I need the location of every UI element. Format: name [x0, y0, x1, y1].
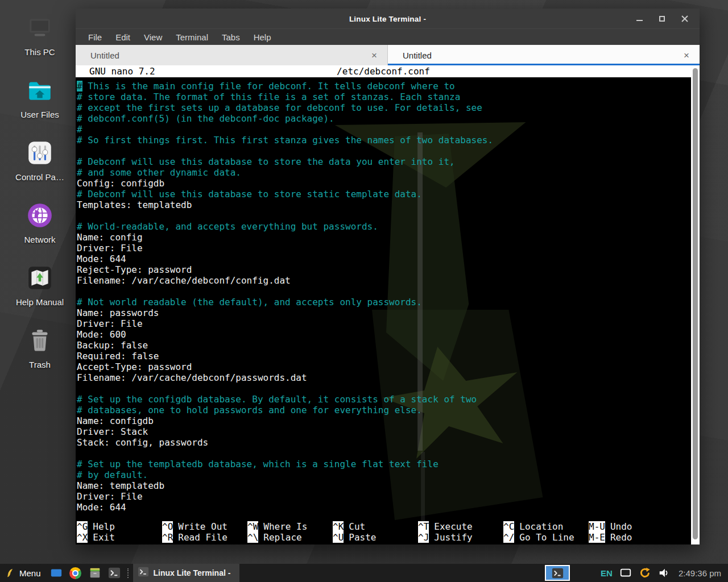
shortcut-column: ^GHelp^XExit — [77, 521, 162, 543]
minimize-button[interactable] — [635, 14, 644, 23]
desktop-icon-label: Help Manual — [16, 297, 64, 307]
editor-line: Templates: templatedb — [77, 199, 691, 210]
editor-line: Name: templatedb — [77, 480, 691, 491]
shortcut-label: Cut — [349, 521, 365, 532]
desktop-icon-trash[interactable]: Trash — [6, 326, 74, 381]
tab-1[interactable]: Untitled× — [76, 45, 388, 65]
taskbar-window-button[interactable]: Linux Lite Terminal - — [133, 564, 240, 582]
menu-edit[interactable]: Edit — [115, 32, 130, 42]
desktop-icon-help-manual[interactable]: Help Manual — [6, 264, 74, 318]
tab-title: Untitled — [90, 51, 371, 60]
chrome-icon[interactable] — [69, 566, 82, 580]
menu-help[interactable]: Help — [254, 32, 271, 42]
volume-icon[interactable] — [657, 566, 671, 580]
menu-view[interactable]: View — [144, 32, 162, 42]
tab-2[interactable]: Untitled× — [388, 45, 700, 65]
shortcut-key: ^W — [247, 521, 258, 532]
editor-line: Accept-Type: password — [77, 361, 691, 372]
shortcut-undo: M-UUndo — [589, 521, 674, 532]
text-cursor: # — [77, 81, 82, 92]
terminal-content[interactable]: GNU nano 7.2 /etc/debconf.conf # This is… — [76, 65, 691, 544]
desktop-icon-label: This PC — [24, 47, 55, 57]
desktop-icon-user-files[interactable]: User Files — [6, 76, 74, 131]
menu-button-label: Menu — [19, 568, 41, 578]
editor-line: Config: configdb — [77, 178, 691, 189]
shortcut-key: ^T — [418, 521, 429, 532]
updates-icon[interactable] — [638, 566, 652, 580]
shortcut-label: Justify — [434, 532, 472, 543]
editor-line: Driver: File — [77, 243, 691, 253]
window-controls — [635, 9, 689, 28]
editor-line: # So first things first. This first stan… — [77, 135, 691, 146]
editor-text[interactable]: # This is the main config file for debco… — [76, 81, 691, 513]
file-manager-icon[interactable] — [88, 566, 102, 580]
show-desktop-icon[interactable] — [49, 566, 63, 580]
editor-line: Name: passwords — [77, 307, 691, 318]
window-title: Linux Lite Terminal - — [349, 14, 426, 23]
folder-home-icon — [26, 76, 54, 105]
menu-terminal[interactable]: Terminal — [176, 32, 208, 42]
nano-titlebar: GNU nano 7.2 /etc/debconf.conf — [76, 65, 691, 77]
desktop-icon-control-pa[interactable]: Control Pa… — [6, 139, 74, 193]
linux-lite-logo-icon — [5, 567, 15, 579]
editor-line: Mode: 644 — [77, 502, 691, 513]
desktop-icons: This PCUser FilesControl Pa…NetworkHelp … — [6, 14, 74, 381]
editor-line: # by default. — [77, 469, 691, 480]
titlebar[interactable]: Linux Lite Terminal - — [76, 9, 700, 28]
nano-version: GNU nano 7.2 — [76, 66, 155, 77]
shortcut-key: ^/ — [503, 532, 514, 543]
shortcut-key: ^U — [333, 532, 344, 543]
taskbar-window-label: Linux Lite Terminal - — [154, 568, 231, 577]
shortcut-help: ^GHelp — [77, 521, 162, 532]
shortcut-label: Go To Line — [519, 532, 574, 543]
editor-line: # Not world readable (the default), and … — [77, 297, 691, 307]
editor-line: # except the first sets up a database fo… — [77, 102, 691, 113]
editor-line: # — [77, 124, 691, 135]
close-tab-icon[interactable]: × — [684, 51, 689, 60]
desktop-icon-this-pc[interactable]: This PC — [6, 14, 74, 68]
editor-line: Filename: /var/cache/debconf/passwords.d… — [77, 372, 691, 383]
shortcut-where-is: ^WWhere Is — [247, 521, 333, 532]
clock: 2:49:36 pm — [679, 568, 728, 578]
scrollbar[interactable] — [691, 65, 700, 544]
editor-line: Mode: 600 — [77, 329, 691, 340]
shortcut-label: Location — [519, 521, 563, 532]
terminal-area: GNU nano 7.2 /etc/debconf.conf # This is… — [76, 65, 700, 544]
desktop-icon-label: Control Pa… — [15, 172, 64, 182]
shortcut-column: M-UUndoM-ERedo — [589, 521, 674, 543]
tray-terminal-icon[interactable] — [545, 565, 570, 581]
desktop-icon-network[interactable]: Network — [6, 201, 74, 256]
shortcut-label: Write Out — [178, 521, 228, 532]
editor-line: Name: configdb — [77, 415, 691, 426]
editor-line: Filename: /var/cache/debconf/config.dat — [77, 275, 691, 286]
keyboard-layout-indicator[interactable]: EN — [601, 568, 613, 578]
editor-line: Backup: false — [77, 340, 691, 351]
shortcut-label: Replace — [263, 532, 301, 543]
scrollbar-thumb[interactable] — [693, 68, 698, 539]
editor-line: # Debconf will use this database to stor… — [77, 189, 691, 199]
shortcut-label: Exit — [93, 532, 115, 543]
editor-line: # Debconf will use this database to stor… — [77, 156, 691, 167]
shortcut-key: ^X — [77, 532, 88, 543]
menu-file[interactable]: File — [88, 32, 102, 42]
menu-button[interactable]: Menu — [0, 564, 47, 582]
shortcut-label: Where Is — [263, 521, 307, 532]
shortcut-key: ^C — [503, 521, 514, 532]
close-tab-icon[interactable]: × — [371, 51, 377, 60]
taskbar: Menu Linux Lite Terminal - EN — [0, 564, 728, 582]
editor-line: Driver: File — [77, 491, 691, 502]
shortcut-location: ^CLocation — [503, 521, 589, 532]
editor-line: # Set up the templatedb database, which … — [77, 459, 691, 469]
shortcut-execute: ^TExecute — [418, 521, 503, 532]
terminal-launcher-icon[interactable] — [107, 566, 121, 580]
editor-line: Driver: File — [77, 318, 691, 329]
shortcut-label: Read File — [178, 532, 228, 543]
close-button[interactable] — [680, 14, 689, 23]
network-globe-icon — [26, 201, 54, 230]
maximize-button[interactable] — [657, 14, 667, 23]
display-icon[interactable] — [619, 566, 632, 580]
shortcut-replace: ^\Replace — [247, 532, 333, 543]
shortcut-label: Redo — [610, 532, 632, 543]
shortcut-key: ^R — [162, 532, 173, 543]
menu-tabs[interactable]: Tabs — [222, 32, 240, 42]
